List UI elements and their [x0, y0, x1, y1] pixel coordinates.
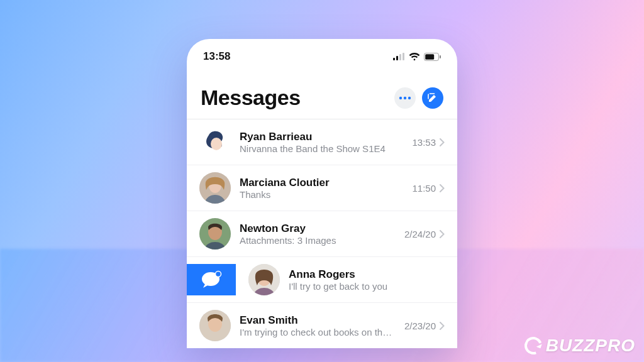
thread-preview: Nirvanna the Band the Show S1E4 [240, 143, 403, 154]
thread-preview: I'll try to get back to you [289, 281, 445, 292]
svg-rect-0 [393, 58, 395, 60]
avatar [199, 310, 231, 341]
thread-name: Evan Smith [240, 314, 396, 327]
avatar [199, 126, 231, 158]
svg-point-8 [404, 96, 406, 99]
thread-row[interactable]: Marciana Cloutier Thanks 11:50 [187, 165, 457, 211]
thread-text: Marciana Cloutier Thanks [240, 177, 403, 200]
chevron-right-icon [440, 322, 445, 330]
thread-text: Anna Rogers I'll try to get back to you [289, 268, 445, 292]
thread-preview: Thanks [240, 189, 403, 200]
chevron-right-icon [440, 230, 445, 238]
thread-time: 2/23/20 [404, 321, 436, 331]
status-bar: 13:58 [187, 39, 457, 67]
compose-icon [427, 92, 438, 104]
thread-name: Newton Gray [240, 222, 396, 235]
svg-point-7 [399, 96, 402, 99]
swipe-action-mark-unread[interactable] [187, 264, 236, 295]
chevron-right-icon [440, 138, 445, 146]
thread-row[interactable]: Ryan Barrieau Nirvanna the Band the Show… [187, 119, 457, 165]
thread-text: Newton Gray Attachments: 3 Images [240, 222, 396, 246]
thread-row[interactable]: Anna Rogers I'll try to get back to you [187, 257, 457, 303]
thread-meta: 11:50 [412, 183, 445, 194]
battery-icon [424, 53, 441, 61]
watermark: BUZZPRO [525, 336, 635, 356]
thread-meta: 13:53 [412, 137, 445, 148]
thread-text: Evan Smith I'm trying to check out books… [240, 314, 396, 337]
wifi-icon [409, 53, 420, 61]
thread-time: 11:50 [412, 183, 436, 194]
watermark-logo-icon [521, 334, 545, 357]
svg-point-17 [216, 272, 221, 277]
svg-rect-1 [396, 56, 398, 60]
svg-rect-5 [425, 54, 434, 60]
thread-preview: I'm trying to check out books on the lib… [240, 327, 396, 337]
thread-time: 13:53 [412, 137, 436, 148]
thread-name: Anna Rogers [289, 268, 445, 281]
status-icons [393, 53, 441, 61]
svg-rect-2 [399, 54, 401, 60]
chevron-right-icon [440, 184, 445, 192]
thread-text: Ryan Barrieau Nirvanna the Band the Show… [240, 131, 403, 154]
thread-name: Marciana Cloutier [240, 177, 403, 189]
avatar [248, 264, 280, 295]
avatar [199, 218, 231, 250]
compose-button[interactable] [422, 87, 443, 109]
thread-time: 2/24/20 [404, 229, 436, 239]
svg-rect-3 [402, 53, 404, 60]
svg-rect-6 [440, 55, 441, 58]
chat-bubble-icon [201, 270, 222, 289]
more-button[interactable] [394, 87, 416, 109]
thread-row[interactable]: Evan Smith I'm trying to check out books… [187, 303, 457, 348]
header: Messages [187, 67, 457, 119]
avatar [199, 172, 231, 204]
thread-meta: 2/23/20 [404, 321, 445, 331]
thread-row[interactable]: Newton Gray Attachments: 3 Images 2/24/2… [187, 211, 457, 257]
thread-name: Ryan Barrieau [240, 131, 403, 143]
thread-preview: Attachments: 3 Images [240, 235, 396, 246]
page-title: Messages [201, 85, 388, 110]
svg-point-11 [211, 138, 222, 150]
phone-frame: 13:58 Messages Ryan Barrieau Nirvanna th… [187, 39, 457, 348]
watermark-text: BUZZPRO [546, 336, 635, 356]
more-icon [399, 96, 411, 100]
signal-icon [393, 53, 405, 60]
thread-meta: 2/24/20 [404, 229, 445, 239]
svg-point-9 [408, 96, 411, 99]
status-time: 13:58 [203, 50, 230, 63]
